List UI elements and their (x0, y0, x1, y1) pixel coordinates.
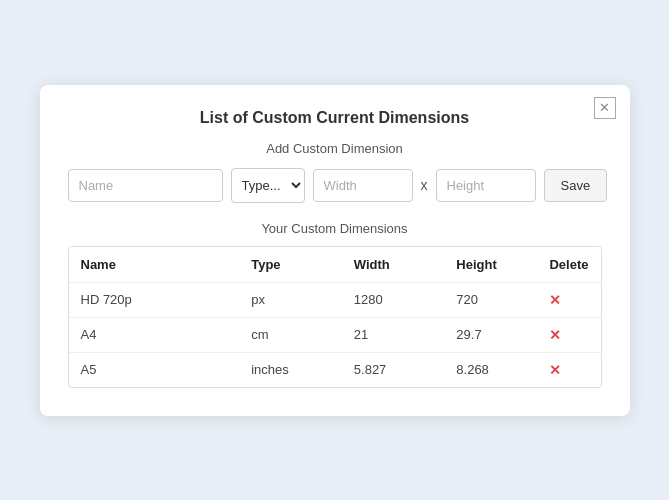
table-header-row: Name Type Width Height Delete (69, 247, 601, 283)
type-select[interactable]: Type... px cm inches (231, 168, 305, 203)
close-icon: ✕ (599, 100, 610, 115)
col-header-type: Type (239, 247, 342, 283)
cell-height: 8.268 (444, 352, 537, 387)
name-input[interactable] (68, 169, 223, 202)
col-header-width: Width (342, 247, 445, 283)
cell-width: 1280 (342, 282, 445, 317)
add-section-label: Add Custom Dimension (68, 141, 602, 156)
cell-type: px (239, 282, 342, 317)
col-header-name: Name (69, 247, 240, 283)
cell-name: A5 (69, 352, 240, 387)
dimensions-table-scroll[interactable]: Name Type Width Height Delete HD 720ppx1… (69, 247, 601, 387)
save-button[interactable]: Save (544, 169, 608, 202)
add-dimension-form: Type... px cm inches x Save (68, 168, 602, 203)
close-button[interactable]: ✕ (594, 97, 616, 119)
x-separator: x (421, 177, 428, 193)
modal-title: List of Custom Current Dimensions (68, 109, 602, 127)
delete-cell: ✕ (537, 352, 600, 387)
dimensions-table: Name Type Width Height Delete HD 720ppx1… (69, 247, 601, 387)
cell-height: 720 (444, 282, 537, 317)
cell-name: A4 (69, 317, 240, 352)
your-dimensions-label: Your Custom Dimensions (68, 221, 602, 236)
cell-type: cm (239, 317, 342, 352)
cell-type: inches (239, 352, 342, 387)
custom-dimensions-modal: ✕ List of Custom Current Dimensions Add … (40, 85, 630, 416)
delete-button[interactable]: ✕ (549, 362, 561, 378)
width-input[interactable] (313, 169, 413, 202)
cell-name: HD 720p (69, 282, 240, 317)
table-row: A5inches5.8278.268✕ (69, 352, 601, 387)
dimensions-table-wrapper: Name Type Width Height Delete HD 720ppx1… (68, 246, 602, 388)
cell-width: 5.827 (342, 352, 445, 387)
table-row: HD 720ppx1280720✕ (69, 282, 601, 317)
height-input[interactable] (436, 169, 536, 202)
col-header-height: Height (444, 247, 537, 283)
cell-height: 29.7 (444, 317, 537, 352)
delete-button[interactable]: ✕ (549, 327, 561, 343)
table-row: A4cm2129.7✕ (69, 317, 601, 352)
cell-width: 21 (342, 317, 445, 352)
col-header-delete: Delete (537, 247, 600, 283)
delete-button[interactable]: ✕ (549, 292, 561, 308)
delete-cell: ✕ (537, 282, 600, 317)
table-body: HD 720ppx1280720✕A4cm2129.7✕A5inches5.82… (69, 282, 601, 387)
delete-cell: ✕ (537, 317, 600, 352)
